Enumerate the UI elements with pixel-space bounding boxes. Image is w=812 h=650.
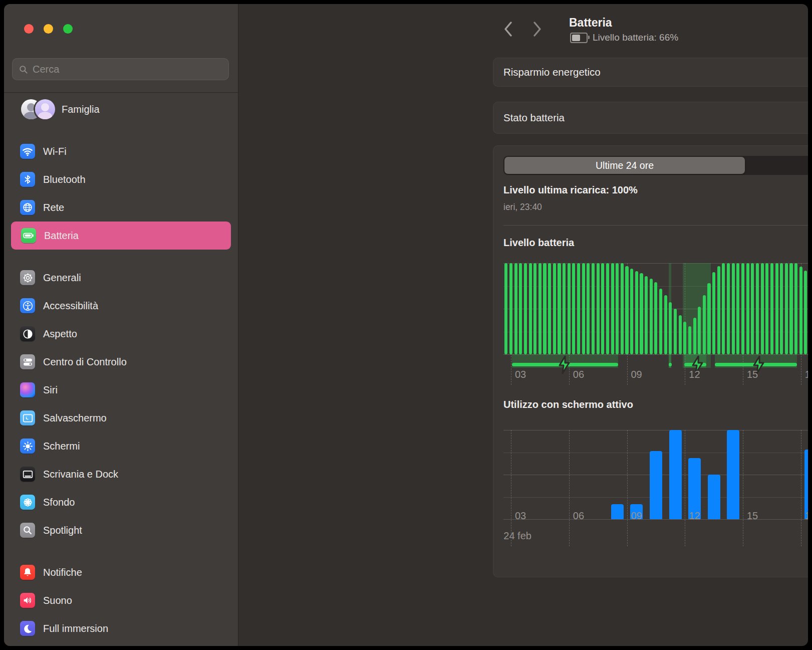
sidebar-item-batteria[interactable]: Batteria <box>11 222 231 250</box>
sidebar-item-label: Rete <box>43 202 64 213</box>
sidebar-item-wi-fi[interactable]: Wi-Fi <box>10 137 232 165</box>
x-tick-label: 03 <box>515 510 526 522</box>
sidebar-item-label: Accessibilità <box>43 300 98 312</box>
sidebar-item-spotlight[interactable]: Spotlight <box>10 516 232 544</box>
x-tick-label: 15 <box>747 369 758 380</box>
battery-level-bar <box>582 263 585 354</box>
battery-level-bar <box>606 263 609 354</box>
display-sun-icon <box>20 439 35 454</box>
siri-icon <box>20 382 35 397</box>
sidebar-list: FamigliaWi-FiBluetoothReteBatteriaGenera… <box>4 93 238 646</box>
forward-chevron-icon[interactable] <box>530 21 544 38</box>
sidebar-item-schermi[interactable]: Schermi <box>10 432 232 460</box>
battery-level-bar <box>533 263 536 354</box>
battery-level-bar <box>712 272 715 354</box>
sidebar-item-label: Salvaschermo <box>43 412 107 424</box>
battery-level-bar <box>775 263 778 354</box>
sidebar-item-label: Aspetto <box>43 328 77 340</box>
sidebar: Cerca FamigliaWi-FiBluetoothReteBatteria… <box>4 4 238 646</box>
battery-level-bar <box>630 269 633 354</box>
sidebar-item-accessibilit-[interactable]: Accessibilità <box>10 292 232 320</box>
sidebar-item-rete[interactable]: Rete <box>10 193 232 222</box>
battery-level-bar <box>669 302 672 354</box>
battery-level-bar <box>529 263 532 354</box>
sidebar-item-full-immersion[interactable]: Full immersion <box>10 614 232 642</box>
battery-level-subtitle: Livello batteria: 66% <box>570 32 678 43</box>
battery-status-icon <box>570 33 588 43</box>
battery-level-bar <box>568 263 571 354</box>
sidebar-item-salvaschermo[interactable]: Salvaschermo <box>10 404 232 432</box>
battery-level-bar <box>770 263 773 354</box>
sidebar-item-famiglia[interactable]: Famiglia <box>10 95 232 123</box>
battery-level-bar <box>635 271 638 354</box>
card-divider <box>503 225 808 226</box>
battery-level-bar <box>597 263 600 354</box>
sidebar-item-screen-time-partial[interactable] <box>10 642 232 646</box>
battery-level-bar <box>703 295 706 354</box>
battery-level-bar <box>761 263 764 354</box>
chart-gridline-vertical <box>627 430 628 546</box>
content-pane: Batteria Livello batteria: 66% Risparmio… <box>238 4 808 646</box>
battery-level-bar <box>601 263 604 354</box>
chart-gridline-vertical <box>569 430 570 546</box>
x-tick-label: 03 <box>515 369 526 380</box>
minimize-button[interactable] <box>44 24 53 34</box>
x-tick-label: 18 <box>805 369 808 380</box>
battery-level-bar <box>654 282 657 354</box>
battery-level-bar <box>640 273 643 354</box>
sidebar-item-centro-di-controllo[interactable]: Centro di Controllo <box>10 348 232 376</box>
sidebar-item-label: Suono <box>43 595 72 606</box>
system-settings-window: Cerca FamigliaWi-FiBluetoothReteBatteria… <box>4 4 808 646</box>
bluetooth-icon <box>20 172 35 187</box>
screen-usage-bar <box>727 430 739 519</box>
date-label: 24 feb <box>503 530 531 542</box>
charging-bolt-icon <box>557 355 571 374</box>
sidebar-item-bluetooth[interactable]: Bluetooth <box>10 165 232 193</box>
battery-level-bar <box>746 263 749 354</box>
notification-bell-icon <box>20 565 35 580</box>
sidebar-item-suono[interactable]: Suono <box>10 586 232 614</box>
sidebar-item-sfondo[interactable]: Sfondo <box>10 488 232 516</box>
battery-level-bar <box>587 263 590 354</box>
battery-level-bar <box>789 263 792 354</box>
zoom-button[interactable] <box>63 24 73 34</box>
sidebar-group-gap <box>4 250 238 264</box>
tab-last-24-hours[interactable]: Ultime 24 ore <box>504 157 745 174</box>
sidebar-item-label: Generali <box>43 272 81 284</box>
sidebar-item-siri[interactable]: Siri <box>10 376 232 404</box>
time-range-segmented-control: Ultime 24 ore Ultimi 10 giorni <box>503 156 808 175</box>
battery-level-bar <box>509 263 512 354</box>
sidebar-item-aspetto[interactable]: Aspetto <box>10 320 232 348</box>
sidebar-item-label: Famiglia <box>62 104 100 115</box>
x-tick-label: 12 <box>689 369 700 380</box>
battery-level-bar <box>785 263 788 354</box>
back-chevron-icon[interactable] <box>501 21 515 38</box>
plugged-in-line <box>669 363 672 366</box>
sidebar-item-label: Scrivania e Dock <box>43 469 118 480</box>
screen-usage-bar <box>708 475 720 519</box>
sidebar-item-scrivania-e-dock[interactable]: Scrivania e Dock <box>10 460 232 488</box>
chart-gridline-horizontal <box>503 430 808 430</box>
sidebar-item-label: Spotlight <box>43 525 82 536</box>
sidebar-item-label: Notifiche <box>43 567 82 578</box>
tab-last-10-days[interactable]: Ultimi 10 giorni <box>745 157 808 174</box>
chart-gridline-horizontal <box>503 519 808 520</box>
appearance-icon <box>20 326 35 341</box>
battery-level-bar <box>577 263 580 354</box>
sidebar-item-label: Centro di Controllo <box>43 356 127 368</box>
battery-health-row: Stato batteria Normale i <box>493 102 808 134</box>
sidebar-item-label: Wi-Fi <box>43 146 67 157</box>
sidebar-group-gap <box>4 544 238 558</box>
close-button[interactable] <box>24 24 34 34</box>
sidebar-item-notifiche[interactable]: Notifiche <box>10 558 232 586</box>
battery-level-bar <box>741 263 744 354</box>
battery-level-bar <box>799 267 802 354</box>
battery-level-bar <box>553 263 556 354</box>
screenshot-root: Cerca FamigliaWi-FiBluetoothReteBatteria… <box>0 0 812 650</box>
search-input[interactable]: Cerca <box>12 58 229 80</box>
chart-gridline-vertical <box>511 430 511 546</box>
search-icon <box>19 65 28 74</box>
energy-saver-row: Risparmio energetico Mai <box>493 58 808 87</box>
sidebar-item-generali[interactable]: Generali <box>10 264 232 292</box>
sound-speaker-icon <box>20 593 35 608</box>
